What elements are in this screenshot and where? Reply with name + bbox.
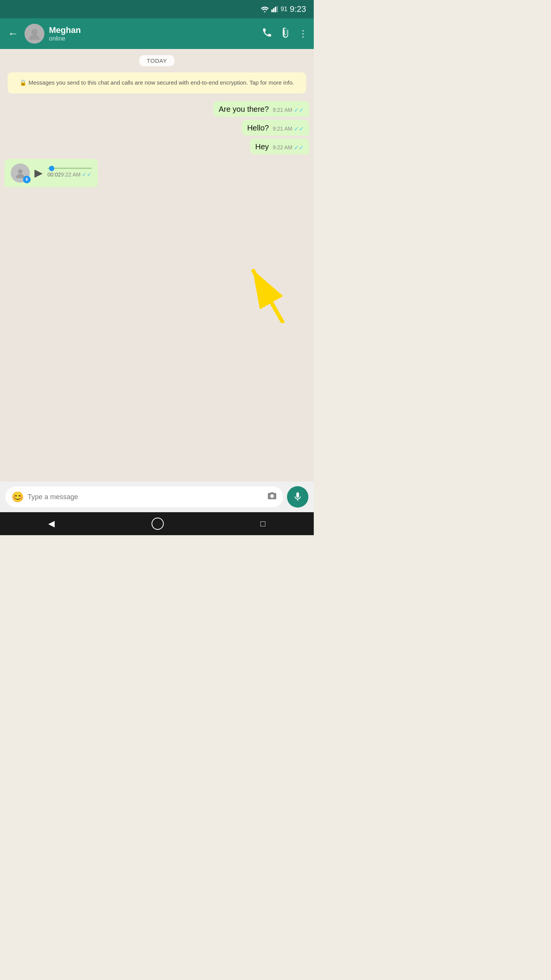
voice-message: ▶ 00:02 9:22 AM ✓✓ xyxy=(5,159,98,187)
nav-home-button[interactable] xyxy=(152,518,164,530)
message-3: Hey 9:22 AM ✓✓ xyxy=(250,139,309,154)
mic-badge-icon xyxy=(23,176,31,183)
contact-status: online xyxy=(49,35,257,42)
android-nav-bar: ◀ □ xyxy=(0,512,314,535)
voice-bottom: 00:02 9:22 AM ✓✓ xyxy=(47,171,92,178)
message-2: Hello? 9:21 AM ✓✓ xyxy=(242,120,309,136)
battery-indicator: 91 xyxy=(280,6,287,13)
svg-line-7 xyxy=(253,270,283,323)
progress-track xyxy=(47,168,92,169)
message-3-checkmark: ✓✓ xyxy=(294,144,304,151)
chat-area: TODAY 🔒 Messages you send to this chat a… xyxy=(0,49,314,512)
voice-checkmark: ✓✓ xyxy=(82,171,92,178)
svg-rect-3 xyxy=(277,6,278,12)
emoji-button[interactable]: 😊 xyxy=(11,491,24,503)
header-actions: ⋮ xyxy=(262,27,308,40)
more-options-button[interactable]: ⋮ xyxy=(298,28,308,39)
progress-dot xyxy=(49,166,54,171)
svg-rect-1 xyxy=(273,8,275,12)
security-notice[interactable]: 🔒 Messages you send to this chat and cal… xyxy=(8,72,306,93)
input-box: 😊 xyxy=(5,487,283,507)
message-input[interactable] xyxy=(28,493,263,501)
message-1: Are you there? 9:21 AM ✓✓ xyxy=(213,101,309,117)
play-button[interactable]: ▶ xyxy=(34,167,43,179)
camera-button[interactable] xyxy=(267,492,277,502)
message-1-text: Are you there? xyxy=(218,105,269,114)
chat-messages: TODAY 🔒 Messages you send to this chat a… xyxy=(0,49,314,193)
message-2-meta: 9:21 AM ✓✓ xyxy=(273,125,304,132)
phone-call-button[interactable] xyxy=(262,27,272,40)
yellow-arrow-annotation xyxy=(245,262,291,325)
message-1-checkmark: ✓✓ xyxy=(294,106,304,114)
chat-header: ← Meghan online ⋮ xyxy=(0,18,314,49)
wifi-icon xyxy=(261,6,269,12)
message-1-time: 9:21 AM xyxy=(273,107,292,113)
voice-progress: 00:02 9:22 AM ✓✓ xyxy=(47,168,92,178)
message-2-text: Hello? xyxy=(247,124,269,132)
voice-duration: 00:02 xyxy=(47,172,61,178)
svg-point-4 xyxy=(31,29,37,35)
message-3-time: 9:22 AM xyxy=(273,144,292,150)
svg-rect-0 xyxy=(271,10,273,12)
contact-avatar[interactable] xyxy=(24,24,44,44)
attach-button[interactable] xyxy=(280,27,291,40)
status-icons: 91 9:23 xyxy=(261,4,306,14)
message-3-meta: 9:22 AM ✓✓ xyxy=(273,144,304,151)
back-button[interactable]: ← xyxy=(6,26,20,41)
date-chip: TODAY xyxy=(139,55,175,66)
input-area: 😊 xyxy=(0,482,314,512)
signal-icon xyxy=(271,6,278,12)
voice-time: 9:22 AM xyxy=(61,172,80,178)
nav-recent-button[interactable]: □ xyxy=(260,519,265,529)
contact-name: Meghan xyxy=(49,25,257,35)
status-time: 9:23 xyxy=(290,4,306,14)
voice-record-button[interactable] xyxy=(287,486,308,508)
voice-time-check: 9:22 AM ✓✓ xyxy=(61,171,92,178)
message-2-checkmark: ✓✓ xyxy=(294,125,304,132)
progress-bar xyxy=(47,168,92,169)
contact-info[interactable]: Meghan online xyxy=(49,25,257,42)
nav-back-button[interactable]: ◀ xyxy=(48,519,55,529)
svg-rect-2 xyxy=(275,7,276,12)
voice-message-avatar xyxy=(11,163,30,183)
message-2-time: 9:21 AM xyxy=(273,126,292,132)
svg-point-5 xyxy=(18,169,23,174)
status-bar: 91 9:23 xyxy=(0,0,314,18)
message-3-text: Hey xyxy=(255,142,269,151)
message-1-meta: 9:21 AM ✓✓ xyxy=(273,106,304,114)
